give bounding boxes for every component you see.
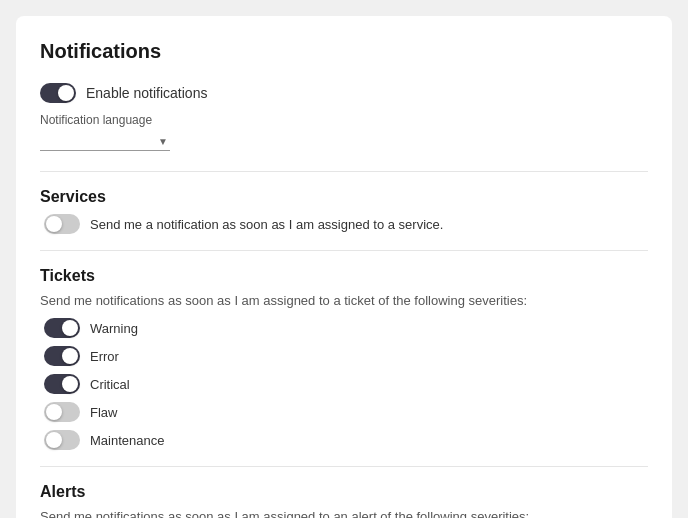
divider-tickets bbox=[40, 250, 648, 251]
notifications-card: Notifications Enable notifications Notif… bbox=[16, 16, 672, 518]
tickets-flaw-toggle[interactable] bbox=[44, 402, 80, 422]
tickets-maintenance-toggle[interactable] bbox=[44, 430, 80, 450]
tickets-critical-toggle[interactable] bbox=[44, 374, 80, 394]
notification-language-select[interactable]: English German French bbox=[40, 131, 170, 151]
services-toggle-row: Send me a notification as soon as I am a… bbox=[40, 214, 648, 234]
divider-services bbox=[40, 171, 648, 172]
tickets-critical-row: Critical bbox=[40, 374, 648, 394]
tickets-desc: Send me notifications as soon as I am as… bbox=[40, 293, 648, 308]
tickets-error-row: Error bbox=[40, 346, 648, 366]
services-section: Services Send me a notification as soon … bbox=[40, 188, 648, 234]
divider-alerts bbox=[40, 466, 648, 467]
tickets-error-toggle[interactable] bbox=[44, 346, 80, 366]
alerts-section: Alerts Send me notifications as soon as … bbox=[40, 483, 648, 518]
alerts-title: Alerts bbox=[40, 483, 648, 501]
tickets-warning-toggle[interactable] bbox=[44, 318, 80, 338]
tickets-warning-row: Warning bbox=[40, 318, 648, 338]
tickets-title: Tickets bbox=[40, 267, 648, 285]
services-toggle-label: Send me a notification as soon as I am a… bbox=[90, 217, 443, 232]
services-toggle[interactable] bbox=[44, 214, 80, 234]
enable-notifications-label: Enable notifications bbox=[86, 85, 207, 101]
notification-language-wrapper: English German French ▼ bbox=[40, 131, 170, 151]
page-title: Notifications bbox=[40, 40, 648, 63]
tickets-maintenance-row: Maintenance bbox=[40, 430, 648, 450]
tickets-error-label: Error bbox=[90, 349, 119, 364]
enable-notifications-toggle[interactable] bbox=[40, 83, 76, 103]
tickets-flaw-row: Flaw bbox=[40, 402, 648, 422]
tickets-section: Tickets Send me notifications as soon as… bbox=[40, 267, 648, 450]
services-title: Services bbox=[40, 188, 648, 206]
tickets-maintenance-label: Maintenance bbox=[90, 433, 164, 448]
tickets-flaw-label: Flaw bbox=[90, 405, 117, 420]
tickets-critical-label: Critical bbox=[90, 377, 130, 392]
enable-notifications-row: Enable notifications bbox=[40, 83, 648, 103]
tickets-warning-label: Warning bbox=[90, 321, 138, 336]
alerts-desc: Send me notifications as soon as I am as… bbox=[40, 509, 648, 518]
notification-language-label: Notification language bbox=[40, 113, 648, 127]
